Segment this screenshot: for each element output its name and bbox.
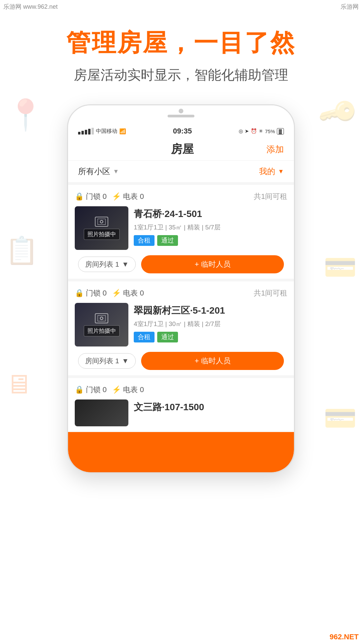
- carrier-signal: 中国移动 📶: [78, 128, 126, 135]
- meter-label-1: 电表: [123, 192, 138, 202]
- photo-icon-2: [95, 313, 108, 323]
- bluetooth-icon: ✳: [259, 128, 263, 134]
- divider-3: [68, 375, 294, 378]
- property-status-left-1: 🔒 门锁 0 ⚡ 电表 0: [75, 192, 144, 202]
- card-icon-deco-right: 💳: [323, 252, 357, 283]
- property-name-1: 青石桥·24-1-501: [134, 208, 287, 220]
- filter-mine[interactable]: 我的 ▼: [259, 166, 284, 177]
- meter-count-2: 0: [140, 289, 144, 298]
- room-list-label-1: 房间列表 1: [85, 260, 119, 269]
- battery-text: 75%: [265, 128, 275, 134]
- alarm-icon: ⏰: [251, 128, 257, 134]
- meter-label-3: 电表: [123, 385, 138, 395]
- room-list-label-2: 房间列表 1: [85, 356, 119, 366]
- lock-icon-1: 🔒: [75, 192, 84, 201]
- phone-bottom-orange: [68, 432, 294, 472]
- tag-tongguo-1: 通过: [157, 235, 178, 246]
- meter-item-3: ⚡ 电表 0: [112, 385, 144, 395]
- camera-dot: [179, 109, 183, 113]
- property-name-2: 翠园新村三区·5-1-201: [134, 304, 287, 317]
- property-available-1: 共1间可租: [254, 192, 287, 202]
- lock-item-3: 🔒 门锁 0: [75, 385, 107, 395]
- property-details-1: 青石桥·24-1-501 1室1厅1卫 | 35㎡ | 精装 | 5/7层 合租…: [134, 206, 287, 250]
- photo-label-1: 照片拍摄中: [84, 229, 120, 240]
- temp-person-button-2[interactable]: + 临时人员: [141, 352, 284, 370]
- svg-point-1: [100, 220, 103, 223]
- meter-item-1: ⚡ 电表 0: [112, 192, 144, 202]
- property-name-3: 文三路·107-1500: [134, 401, 287, 414]
- meter-count-3: 0: [140, 385, 144, 394]
- property-info-2: 照片拍摄中 翠园新村三区·5-1-201 4室1厅1卫 | 30㎡ | 精装 |…: [75, 303, 287, 346]
- action-row-2: 房间列表 1 ▼ + 临时人员: [75, 346, 287, 375]
- bottom-logo: 962.NET: [329, 633, 359, 641]
- status-time: 09:35: [173, 127, 192, 136]
- lock-label-3: 门锁: [86, 385, 101, 395]
- meter-label-2: 电表: [123, 288, 138, 298]
- watermark-right: 乐游网: [341, 3, 359, 11]
- lock-icon-2: 🔒: [75, 289, 84, 298]
- hero-section: 管理房屋，一目了然 房屋活动实时显示，智能化辅助管理: [0, 0, 362, 98]
- card2-icon-deco-right: 💳: [323, 402, 357, 434]
- lock-icon-3: 🔒: [75, 385, 84, 394]
- property-header-1: 🔒 门锁 0 ⚡ 电表 0 共1间可租: [75, 192, 287, 202]
- property-header-3: 🔒 门锁 0 ⚡ 电表 0: [75, 385, 287, 395]
- property-photo-3: [75, 399, 128, 426]
- property-specs-2: 4室1厅1卫 | 30㎡ | 精装 | 2/7层: [134, 320, 287, 328]
- nav-icon: ➤: [245, 128, 249, 134]
- tag-hezhu-2: 合租: [134, 332, 155, 342]
- watermark-left: 乐游网 www.962.net: [3, 3, 58, 11]
- property-photo-1: 照片拍摄中: [75, 206, 128, 250]
- location-icon-deco: 📍: [7, 97, 44, 132]
- status-right-icons: ◎ ➤ ⏰ ✳ 75% ▓: [239, 128, 284, 135]
- hero-title: 管理房屋，一目了然: [0, 27, 362, 59]
- property-card-3: 🔒 门锁 0 ⚡ 电表 0 文三路·107-1500: [68, 378, 294, 431]
- property-details-3: 文三路·107-1500: [134, 399, 287, 426]
- meter-item-2: ⚡ 电表 0: [112, 288, 144, 298]
- key-icon-deco: 🔑: [316, 91, 361, 135]
- svg-rect-2: [98, 315, 106, 321]
- room-list-arrow-2: ▼: [122, 357, 129, 365]
- hero-subtitle: 房屋活动实时显示，智能化辅助管理: [0, 66, 362, 84]
- phone-speaker: [168, 115, 194, 117]
- app-header-title: 房屋: [98, 142, 266, 157]
- tag-hezhu-1: 合租: [134, 235, 155, 246]
- property-card-1: 🔒 门锁 0 ⚡ 电表 0 共1间可租: [68, 185, 294, 279]
- lock-count-3: 0: [103, 385, 107, 394]
- divider-2: [68, 279, 294, 281]
- lock-count-2: 0: [103, 289, 107, 298]
- action-row-1: 房间列表 1 ▼ + 临时人员: [75, 250, 287, 279]
- divider-1: [68, 182, 294, 185]
- property-info-1: 照片拍摄中 青石桥·24-1-501 1室1厅1卫 | 35㎡ | 精装 | 5…: [75, 206, 287, 250]
- property-details-2: 翠园新村三区·5-1-201 4室1厅1卫 | 30㎡ | 精装 | 2/7层 …: [134, 303, 287, 346]
- property-card-2: 🔒 门锁 0 ⚡ 电表 0 共1间可租: [68, 281, 294, 375]
- property-specs-1: 1室1厅1卫 | 35㎡ | 精装 | 5/7层: [134, 223, 287, 232]
- app-header: 房屋 添加: [68, 138, 294, 161]
- docs-icon-deco: 📋: [5, 235, 39, 266]
- filter-community-label: 所有小区: [78, 166, 110, 177]
- property-header-2: 🔒 门锁 0 ⚡ 电表 0 共1间可租: [75, 288, 287, 298]
- svg-rect-0: [98, 219, 106, 225]
- add-button[interactable]: 添加: [266, 144, 284, 155]
- lock-label-1: 门锁: [86, 192, 101, 202]
- lock-count-1: 0: [103, 192, 107, 201]
- property-info-3: 文三路·107-1500: [75, 399, 287, 426]
- dropdown-arrow-left: ▼: [113, 168, 119, 175]
- property-available-2: 共1间可租: [254, 288, 287, 298]
- lock-item-1: 🔒 门锁 0: [75, 192, 107, 202]
- room-list-button-1[interactable]: 房间列表 1 ▼: [78, 257, 136, 272]
- photo-icon-1: [95, 217, 108, 227]
- phone-top-area: [68, 105, 294, 122]
- carrier-name: 中国移动: [96, 128, 117, 135]
- meter-icon-3: ⚡: [112, 385, 121, 394]
- filter-community[interactable]: 所有小区 ▼: [78, 166, 119, 177]
- location-status-icon: ◎: [239, 128, 243, 134]
- phone-mockup: 中国移动 📶 09:35 ◎ ➤ ⏰ ✳ 75% ▓ 房屋 添加 所有小区 ▼: [67, 104, 295, 473]
- dropdown-arrow-right: ▼: [278, 168, 284, 175]
- meter-icon-1: ⚡: [112, 192, 121, 201]
- property-tags-1: 合租 通过: [134, 235, 287, 246]
- filter-bar: 所有小区 ▼ 我的 ▼: [68, 161, 294, 182]
- temp-person-button-1[interactable]: + 临时人员: [141, 255, 284, 273]
- phone-mockup-container: 中国移动 📶 09:35 ◎ ➤ ⏰ ✳ 75% ▓ 房屋 添加 所有小区 ▼: [67, 104, 295, 473]
- room-list-arrow-1: ▼: [122, 260, 129, 268]
- room-list-button-2[interactable]: 房间列表 1 ▼: [78, 353, 136, 369]
